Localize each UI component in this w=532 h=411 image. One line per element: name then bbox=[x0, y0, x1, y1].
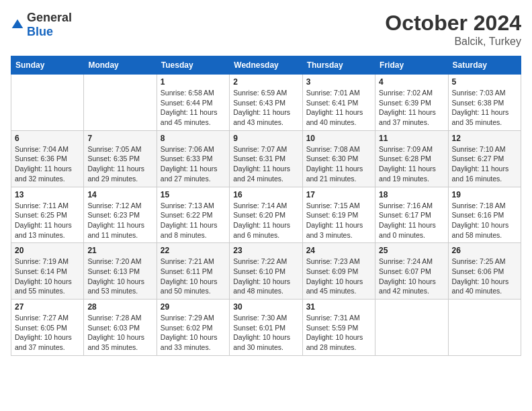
day-number: 30 bbox=[233, 302, 298, 312]
day-number: 8 bbox=[161, 134, 226, 143]
day-number: 31 bbox=[306, 302, 371, 312]
day-info: Sunrise: 7:21 AM Sunset: 6:11 PM Dayligh… bbox=[161, 257, 226, 296]
month-title: October 2024 bbox=[385, 11, 521, 36]
calendar-week-row: 6Sunrise: 7:04 AM Sunset: 6:36 PM Daylig… bbox=[11, 130, 521, 187]
day-info: Sunrise: 7:09 AM Sunset: 6:28 PM Dayligh… bbox=[379, 144, 444, 184]
day-info: Sunrise: 7:13 AM Sunset: 6:22 PM Dayligh… bbox=[161, 201, 226, 240]
calendar-cell: 3Sunrise: 7:01 AM Sunset: 6:41 PM Daylig… bbox=[302, 75, 375, 131]
calendar-week-row: 13Sunrise: 7:11 AM Sunset: 6:25 PM Dayli… bbox=[11, 187, 521, 243]
day-info: Sunrise: 7:08 AM Sunset: 6:30 PM Dayligh… bbox=[306, 144, 371, 184]
day-number: 19 bbox=[452, 190, 517, 199]
day-info: Sunrise: 7:31 AM Sunset: 5:59 PM Dayligh… bbox=[306, 313, 371, 353]
calendar-week-row: 27Sunrise: 7:27 AM Sunset: 6:05 PM Dayli… bbox=[11, 300, 521, 356]
day-info: Sunrise: 7:30 AM Sunset: 6:01 PM Dayligh… bbox=[233, 313, 298, 353]
calendar-header-row: SundayMondayTuesdayWednesdayThursdayFrid… bbox=[11, 56, 521, 75]
day-number: 1 bbox=[161, 77, 226, 87]
calendar-cell: 5Sunrise: 7:03 AM Sunset: 6:38 PM Daylig… bbox=[448, 75, 521, 131]
calendar-cell: 19Sunrise: 7:18 AM Sunset: 6:16 PM Dayli… bbox=[448, 187, 521, 243]
day-info: Sunrise: 7:24 AM Sunset: 6:07 PM Dayligh… bbox=[379, 257, 444, 296]
day-info: Sunrise: 7:25 AM Sunset: 6:06 PM Dayligh… bbox=[452, 257, 517, 296]
calendar-cell: 26Sunrise: 7:25 AM Sunset: 6:06 PM Dayli… bbox=[448, 243, 521, 300]
day-number: 12 bbox=[452, 134, 517, 143]
calendar-cell: 30Sunrise: 7:30 AM Sunset: 6:01 PM Dayli… bbox=[230, 300, 302, 356]
calendar-cell: 22Sunrise: 7:21 AM Sunset: 6:11 PM Dayli… bbox=[157, 243, 229, 300]
day-number: 24 bbox=[306, 246, 371, 255]
calendar-cell: 18Sunrise: 7:16 AM Sunset: 6:17 PM Dayli… bbox=[375, 187, 448, 243]
day-info: Sunrise: 7:27 AM Sunset: 6:05 PM Dayligh… bbox=[15, 313, 80, 353]
calendar-cell: 25Sunrise: 7:24 AM Sunset: 6:07 PM Dayli… bbox=[375, 243, 448, 300]
svg-marker-0 bbox=[12, 19, 24, 28]
logo-icon bbox=[11, 18, 24, 32]
calendar-cell: 14Sunrise: 7:12 AM Sunset: 6:23 PM Dayli… bbox=[84, 187, 157, 243]
day-number: 29 bbox=[161, 302, 226, 312]
day-info: Sunrise: 7:29 AM Sunset: 6:02 PM Dayligh… bbox=[161, 313, 226, 353]
day-info: Sunrise: 7:15 AM Sunset: 6:19 PM Dayligh… bbox=[306, 201, 371, 240]
calendar-cell: 16Sunrise: 7:14 AM Sunset: 6:20 PM Dayli… bbox=[230, 187, 302, 243]
calendar-cell bbox=[448, 300, 521, 356]
day-number: 2 bbox=[233, 77, 298, 87]
calendar-week-row: 20Sunrise: 7:19 AM Sunset: 6:14 PM Dayli… bbox=[11, 243, 521, 300]
weekday-header: Monday bbox=[84, 56, 157, 75]
calendar-cell: 13Sunrise: 7:11 AM Sunset: 6:25 PM Dayli… bbox=[11, 187, 84, 243]
calendar-cell: 12Sunrise: 7:10 AM Sunset: 6:27 PM Dayli… bbox=[448, 130, 521, 187]
calendar-cell: 31Sunrise: 7:31 AM Sunset: 5:59 PM Dayli… bbox=[302, 300, 375, 356]
day-number: 13 bbox=[15, 190, 80, 199]
logo: General Blue bbox=[11, 11, 72, 39]
weekday-header: Saturday bbox=[448, 56, 521, 75]
calendar-cell: 21Sunrise: 7:20 AM Sunset: 6:13 PM Dayli… bbox=[84, 243, 157, 300]
day-number: 14 bbox=[87, 190, 152, 199]
calendar-week-row: 1Sunrise: 6:58 AM Sunset: 6:44 PM Daylig… bbox=[11, 75, 521, 131]
day-number: 3 bbox=[306, 77, 371, 87]
day-number: 18 bbox=[379, 190, 444, 199]
calendar-cell: 4Sunrise: 7:02 AM Sunset: 6:39 PM Daylig… bbox=[375, 75, 448, 131]
day-number: 26 bbox=[452, 246, 517, 255]
calendar-cell: 17Sunrise: 7:15 AM Sunset: 6:19 PM Dayli… bbox=[302, 187, 375, 243]
day-info: Sunrise: 6:58 AM Sunset: 6:44 PM Dayligh… bbox=[161, 88, 226, 128]
day-number: 20 bbox=[15, 246, 80, 255]
day-number: 23 bbox=[233, 246, 298, 255]
calendar-cell: 11Sunrise: 7:09 AM Sunset: 6:28 PM Dayli… bbox=[375, 130, 448, 187]
title-area: October 2024 Balcik, Turkey bbox=[385, 11, 521, 48]
day-info: Sunrise: 7:04 AM Sunset: 6:36 PM Dayligh… bbox=[15, 144, 80, 184]
day-info: Sunrise: 7:03 AM Sunset: 6:38 PM Dayligh… bbox=[452, 88, 517, 128]
calendar-cell: 20Sunrise: 7:19 AM Sunset: 6:14 PM Dayli… bbox=[11, 243, 84, 300]
calendar-cell: 6Sunrise: 7:04 AM Sunset: 6:36 PM Daylig… bbox=[11, 130, 84, 187]
logo-text: General Blue bbox=[27, 11, 72, 39]
day-number: 25 bbox=[379, 246, 444, 255]
day-number: 10 bbox=[306, 134, 371, 143]
page-header: General Blue October 2024 Balcik, Turkey bbox=[11, 11, 521, 48]
calendar-cell: 10Sunrise: 7:08 AM Sunset: 6:30 PM Dayli… bbox=[302, 130, 375, 187]
calendar-cell: 8Sunrise: 7:06 AM Sunset: 6:33 PM Daylig… bbox=[157, 130, 229, 187]
day-info: Sunrise: 7:11 AM Sunset: 6:25 PM Dayligh… bbox=[15, 201, 80, 240]
day-info: Sunrise: 7:20 AM Sunset: 6:13 PM Dayligh… bbox=[87, 257, 152, 296]
calendar-cell bbox=[84, 75, 157, 131]
weekday-header: Friday bbox=[375, 56, 448, 75]
day-info: Sunrise: 7:10 AM Sunset: 6:27 PM Dayligh… bbox=[452, 144, 517, 184]
calendar-cell: 9Sunrise: 7:07 AM Sunset: 6:31 PM Daylig… bbox=[230, 130, 302, 187]
day-info: Sunrise: 7:23 AM Sunset: 6:09 PM Dayligh… bbox=[306, 257, 371, 296]
calendar-cell bbox=[11, 75, 84, 131]
weekday-header: Thursday bbox=[302, 56, 375, 75]
logo-text-blue: Blue bbox=[27, 25, 53, 38]
calendar-cell: 27Sunrise: 7:27 AM Sunset: 6:05 PM Dayli… bbox=[11, 300, 84, 356]
weekday-header: Tuesday bbox=[157, 56, 229, 75]
day-number: 27 bbox=[15, 302, 80, 312]
day-info: Sunrise: 7:16 AM Sunset: 6:17 PM Dayligh… bbox=[379, 201, 444, 240]
day-number: 9 bbox=[233, 134, 298, 143]
calendar-cell: 24Sunrise: 7:23 AM Sunset: 6:09 PM Dayli… bbox=[302, 243, 375, 300]
calendar-cell: 29Sunrise: 7:29 AM Sunset: 6:02 PM Dayli… bbox=[157, 300, 229, 356]
calendar-cell: 15Sunrise: 7:13 AM Sunset: 6:22 PM Dayli… bbox=[157, 187, 229, 243]
day-number: 4 bbox=[379, 77, 444, 87]
location-title: Balcik, Turkey bbox=[385, 36, 521, 48]
logo-text-general: General bbox=[27, 11, 72, 24]
day-number: 16 bbox=[233, 190, 298, 199]
calendar-table: SundayMondayTuesdayWednesdayThursdayFrid… bbox=[11, 56, 521, 356]
day-number: 17 bbox=[306, 190, 371, 199]
day-info: Sunrise: 6:59 AM Sunset: 6:43 PM Dayligh… bbox=[233, 88, 298, 128]
day-info: Sunrise: 7:05 AM Sunset: 6:35 PM Dayligh… bbox=[87, 144, 152, 184]
weekday-header: Sunday bbox=[11, 56, 84, 75]
day-number: 22 bbox=[161, 246, 226, 255]
day-number: 28 bbox=[87, 302, 152, 312]
day-number: 11 bbox=[379, 134, 444, 143]
calendar-cell: 28Sunrise: 7:28 AM Sunset: 6:03 PM Dayli… bbox=[84, 300, 157, 356]
